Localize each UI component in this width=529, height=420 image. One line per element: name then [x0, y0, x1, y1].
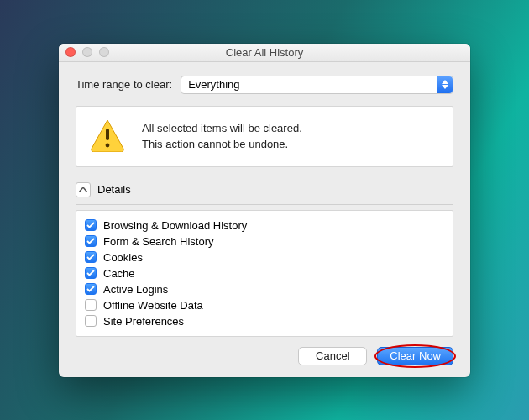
list-item: Cookies	[85, 249, 444, 265]
time-range-value: Everything	[188, 78, 239, 91]
details-label: Details	[97, 183, 131, 196]
checkbox[interactable]	[85, 315, 97, 327]
svg-point-1	[106, 143, 110, 147]
checkbox-label: Cache	[103, 267, 135, 280]
warning-line2: This action cannot be undone.	[142, 136, 302, 153]
checkbox[interactable]	[85, 251, 97, 263]
checkbox[interactable]	[85, 235, 97, 247]
dialog-window: Clear All History Time range to clear: E…	[59, 44, 470, 377]
checkbox[interactable]	[85, 299, 97, 311]
warning-box: All selected items will be cleared. This…	[76, 106, 453, 167]
warning-text: All selected items will be cleared. This…	[142, 120, 302, 153]
clear-now-button-label: Clear Now	[390, 349, 441, 362]
svg-rect-0	[106, 129, 109, 140]
list-item: Site Preferences	[85, 313, 444, 329]
checkbox-label: Browsing & Download History	[103, 219, 247, 232]
list-item: Browsing & Download History	[85, 218, 444, 234]
select-stepper-icon	[437, 76, 453, 93]
checkbox-label: Offline Website Data	[103, 299, 203, 312]
time-range-row: Time range to clear: Everything	[76, 76, 453, 94]
titlebar: Clear All History	[59, 44, 470, 62]
checkbox[interactable]	[85, 219, 97, 231]
dialog-content: Time range to clear: Everything All sele…	[59, 62, 470, 377]
checkbox[interactable]	[85, 283, 97, 295]
list-item: Form & Search History	[85, 234, 444, 249]
list-item: Offline Website Data	[85, 297, 444, 313]
checkbox-label: Site Preferences	[103, 315, 184, 328]
list-item: Active Logins	[85, 281, 444, 297]
details-disclosure-button[interactable]	[76, 182, 91, 197]
cancel-button-label: Cancel	[316, 349, 349, 362]
checkbox[interactable]	[85, 267, 97, 279]
details-list: Browsing & Download HistoryForm & Search…	[76, 210, 453, 337]
window-title: Clear All History	[59, 46, 470, 59]
cancel-button[interactable]: Cancel	[298, 347, 367, 365]
warning-line1: All selected items will be cleared.	[142, 120, 302, 137]
warning-icon	[90, 118, 125, 155]
time-range-label: Time range to clear:	[76, 78, 172, 91]
time-range-select[interactable]: Everything	[181, 76, 453, 94]
chevron-up-icon	[79, 187, 87, 192]
details-header: Details	[76, 179, 453, 205]
list-item: Cache	[85, 265, 444, 281]
checkbox-label: Active Logins	[103, 283, 168, 296]
dialog-buttons: Cancel Clear Now	[76, 347, 453, 365]
clear-now-button[interactable]: Clear Now	[377, 347, 453, 365]
checkbox-label: Form & Search History	[103, 235, 213, 248]
checkbox-label: Cookies	[103, 251, 143, 264]
